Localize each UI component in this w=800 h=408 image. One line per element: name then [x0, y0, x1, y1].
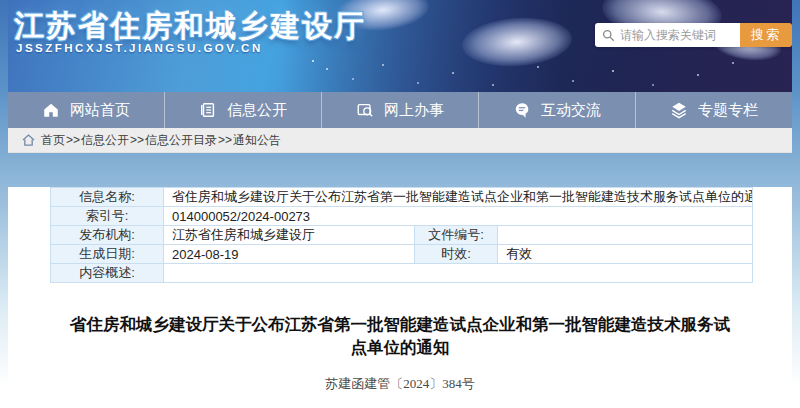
breadcrumb: 首页 >> 信息公开 >> 信息公开目录 >> 通知公告 — [8, 128, 792, 153]
table-row-index: 索引号: 014000052/2024-00273 — [51, 207, 753, 226]
breadcrumb-item-home[interactable]: 首页 — [41, 132, 65, 149]
layers-icon — [670, 101, 688, 119]
table-row-name: 信息名称: 省住房和城乡建设厅关于公布江苏省第一批智能建造试点企业和第一批智能建… — [51, 188, 753, 207]
table-row-summary: 内容概述: — [51, 264, 753, 283]
issuer-value: 江苏省住房和城乡建设厅 — [164, 226, 415, 245]
summary-label: 内容概述: — [51, 264, 164, 283]
info-name-value: 省住房和城乡建设厅关于公布江苏省第一批智能建造试点企业和第一批智能建造技术服务试… — [164, 188, 753, 207]
document-info-table: 信息名称: 省住房和城乡建设厅关于公布江苏省第一批智能建造试点企业和第一批智能建… — [50, 187, 753, 283]
nav-item-online-service[interactable]: 网上办事 — [321, 92, 478, 128]
issuer-label: 发布机构: — [51, 226, 164, 245]
main-content: 信息名称: 省住房和城乡建设厅关于公布江苏省第一批智能建造试点企业和第一批智能建… — [8, 187, 792, 408]
home-icon — [22, 134, 35, 146]
chat-icon — [513, 101, 531, 119]
nav-item-interaction[interactable]: 互动交流 — [478, 92, 635, 128]
date-value: 2024-08-19 — [164, 245, 415, 264]
search-button[interactable]: 搜索 — [740, 23, 792, 47]
breadcrumb-item-info-directory[interactable]: 信息公开目录 — [145, 132, 217, 149]
city-lights-decoration — [312, 60, 314, 62]
table-row-issuer: 发布机构: 江苏省住房和城乡建设厅 文件编号: — [51, 226, 753, 245]
site-header: 江苏省住房和城乡建设厅 JSSZFHCXJST.JIANGSU.GOV.CN 搜… — [8, 0, 792, 92]
doc-no-value — [498, 226, 753, 245]
nav-item-label: 信息公开 — [227, 101, 287, 120]
breadcrumb-separator: >> — [66, 133, 80, 147]
index-number-label: 索引号: — [51, 207, 164, 226]
content-wrapper: 江苏省住房和城乡建设厅 JSSZFHCXJST.JIANGSU.GOV.CN 搜… — [8, 0, 792, 408]
table-row-date: 生成日期: 2024-08-19 时效: 有效 — [51, 245, 753, 264]
document-icon — [199, 101, 217, 119]
nav-item-label: 互动交流 — [541, 101, 601, 120]
article-title: 省住房和城乡建设厅关于公布江苏省第一批智能建造试点企业和第一批智能建造技术服务试… — [62, 313, 738, 359]
site-title[interactable]: 江苏省住房和城乡建设厅 — [14, 6, 366, 47]
nav-item-info-disclosure[interactable]: 信息公开 — [164, 92, 321, 128]
document-number: 苏建函建管〔2024〕384号 — [8, 375, 792, 393]
breadcrumb-item-notices[interactable]: 通知公告 — [233, 132, 281, 149]
info-name-label: 信息名称: — [51, 188, 164, 207]
search-doc-icon — [356, 101, 374, 119]
search-input-wrap — [595, 23, 740, 47]
date-label: 生成日期: — [51, 245, 164, 264]
nav-item-label: 网站首页 — [70, 101, 130, 120]
page: 江苏省住房和城乡建设厅 JSSZFHCXJST.JIANGSU.GOV.CN 搜… — [0, 0, 800, 408]
search-icon — [602, 29, 615, 42]
validity-value: 有效 — [498, 245, 753, 264]
summary-value — [164, 264, 753, 283]
breadcrumb-separator: >> — [130, 133, 144, 147]
nav-item-label: 专题专栏 — [698, 101, 758, 120]
nav-item-special-columns[interactable]: 专题专栏 — [635, 92, 792, 128]
doc-no-label: 文件编号: — [415, 226, 498, 245]
nav-item-label: 网上办事 — [384, 101, 444, 120]
breadcrumb-item-info-disclosure[interactable]: 信息公开 — [81, 132, 129, 149]
search-input[interactable] — [620, 28, 730, 42]
breadcrumb-separator: >> — [218, 133, 232, 147]
validity-label: 时效: — [415, 245, 498, 264]
site-url: JSSZFHCXJST.JIANGSU.GOV.CN — [16, 42, 263, 54]
nav-item-home[interactable]: 网站首页 — [8, 92, 164, 128]
building-roof-shape — [460, 14, 573, 70]
search-box: 搜索 — [595, 23, 792, 47]
main-nav: 网站首页 信息公开 网上办事 — [8, 92, 792, 128]
home-icon — [42, 101, 60, 119]
index-number-value: 014000052/2024-00273 — [164, 207, 753, 226]
